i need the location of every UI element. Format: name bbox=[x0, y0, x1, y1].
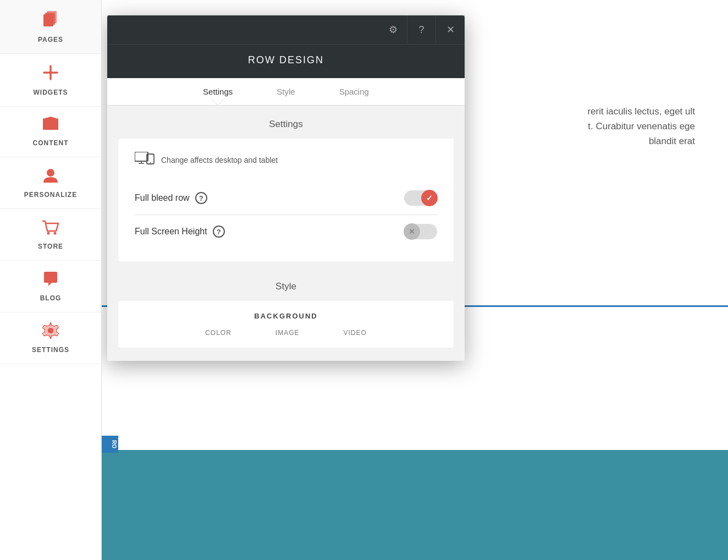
main-area: Abo s vel sapien est. M rerit iaculis le… bbox=[102, 0, 728, 560]
svg-point-8 bbox=[54, 232, 57, 235]
tab-spacing[interactable]: Spacing bbox=[317, 78, 391, 105]
tab-style[interactable]: Style bbox=[255, 78, 317, 105]
full-bleed-toggle[interactable]: ✓ bbox=[404, 190, 437, 206]
sidebar-item-pages[interactable]: PAGES bbox=[0, 0, 101, 54]
row-design-modal: ⚙ ? ✕ ROW DESIGN Settings Style Spacing … bbox=[107, 15, 465, 361]
modal-body: Settings Ch bbox=[107, 106, 465, 361]
bg-option-image[interactable]: IMAGE bbox=[275, 329, 300, 337]
store-icon bbox=[42, 219, 59, 239]
full-bleed-help-icon[interactable]: ? bbox=[195, 192, 207, 204]
blog-label: BLOG bbox=[40, 294, 62, 302]
svg-rect-11 bbox=[135, 152, 148, 161]
settings-label: SETTINGS bbox=[32, 346, 69, 354]
device-icon bbox=[135, 152, 155, 168]
sidebar-item-content[interactable]: CONTENT bbox=[0, 107, 101, 157]
full-bleed-label: Full bleed row ? bbox=[135, 192, 207, 204]
widgets-icon bbox=[42, 64, 59, 85]
content-icon bbox=[42, 117, 59, 136]
modal-topbar: ⚙ ? ✕ bbox=[107, 15, 465, 44]
sidebar-item-settings[interactable]: SETTINGS bbox=[0, 312, 101, 364]
modal-settings-button[interactable]: ⚙ bbox=[379, 15, 407, 44]
full-screen-height-toggle[interactable]: ✕ bbox=[404, 224, 437, 239]
settings-icon bbox=[42, 322, 59, 343]
pages-icon bbox=[41, 10, 60, 32]
full-bleed-row: Full bleed row ? ✓ bbox=[135, 182, 437, 215]
background-label: BACKGROUND bbox=[135, 312, 437, 320]
svg-point-15 bbox=[150, 162, 151, 163]
settings-section-label: Settings bbox=[118, 119, 454, 130]
personalize-icon bbox=[42, 167, 59, 188]
pages-label: PAGES bbox=[38, 36, 63, 43]
svg-rect-5 bbox=[43, 120, 58, 130]
sidebar-item-widgets[interactable]: WIDGETS bbox=[0, 54, 101, 107]
sidebar-item-store[interactable]: STORE bbox=[0, 209, 101, 261]
sidebar: PAGES WIDGETS CONTENT PERSONALIZE bbox=[0, 0, 102, 560]
background-options: COLOR IMAGE VIDEO bbox=[135, 329, 437, 337]
svg-rect-2 bbox=[43, 14, 53, 26]
device-notice-text: Change affects desktop and tablet bbox=[161, 156, 278, 164]
modal-help-button[interactable]: ? bbox=[407, 15, 436, 44]
style-card: BACKGROUND COLOR IMAGE VIDEO bbox=[118, 301, 454, 348]
full-screen-height-label: Full Screen Height ? bbox=[135, 226, 225, 238]
full-screen-height-row: Full Screen Height ? ✕ bbox=[135, 215, 437, 248]
svg-point-10 bbox=[48, 328, 53, 333]
svg-point-6 bbox=[47, 169, 54, 177]
modal-tabs: Settings Style Spacing bbox=[107, 78, 465, 106]
settings-card: Change affects desktop and tablet Full b… bbox=[118, 139, 454, 261]
personalize-label: PERSONALIZE bbox=[24, 191, 77, 199]
tab-settings[interactable]: Settings bbox=[181, 78, 255, 105]
device-notice: Change affects desktop and tablet bbox=[135, 152, 437, 168]
content-label: CONTENT bbox=[33, 139, 69, 147]
modal-close-button[interactable]: ✕ bbox=[436, 15, 465, 44]
svg-point-7 bbox=[47, 232, 50, 235]
row-label-bar: RO bbox=[102, 436, 118, 453]
store-label: STORE bbox=[38, 243, 63, 250]
full-bleed-knob: ✓ bbox=[421, 190, 438, 206]
modal-title-bar: ROW DESIGN bbox=[107, 44, 465, 78]
full-screen-height-help-icon[interactable]: ? bbox=[213, 226, 225, 238]
bg-option-video[interactable]: VIDEO bbox=[344, 329, 367, 337]
widgets-label: WIDGETS bbox=[34, 89, 68, 96]
blog-icon bbox=[42, 271, 59, 291]
sidebar-item-personalize[interactable]: PERSONALIZE bbox=[0, 157, 101, 209]
style-section-label: Style bbox=[118, 281, 454, 292]
section-divider bbox=[118, 272, 454, 281]
modal-title: ROW DESIGN bbox=[248, 54, 324, 65]
bg-option-color[interactable]: COLOR bbox=[205, 329, 231, 337]
blue-stripe-section bbox=[102, 450, 728, 560]
full-screen-height-knob: ✕ bbox=[404, 223, 420, 240]
sidebar-item-blog[interactable]: BLOG bbox=[0, 261, 101, 312]
